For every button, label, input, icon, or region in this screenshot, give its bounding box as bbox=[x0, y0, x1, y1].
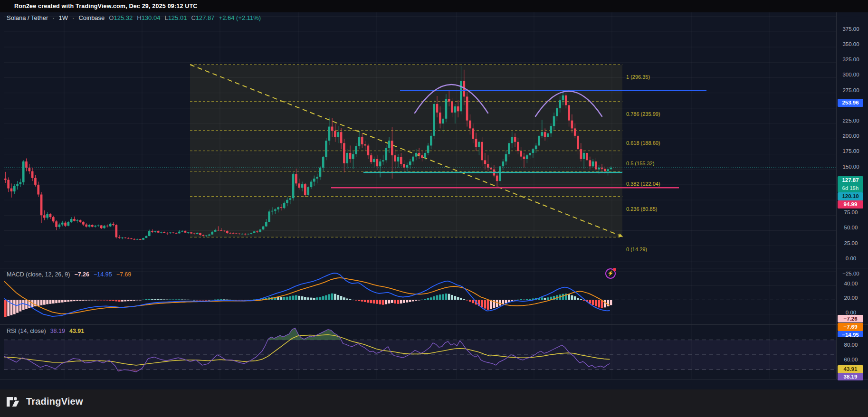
tradingview-logo-text: TradingView bbox=[26, 396, 83, 407]
macd-line-value: −14.95 bbox=[94, 271, 112, 278]
macd-hist-value: −7.26 bbox=[74, 271, 89, 278]
banner-text: Ron2ee created with TradingView.com, Dec… bbox=[14, 3, 198, 9]
separator-dot: · bbox=[72, 14, 74, 21]
change-value: +2.64 (+2.11%) bbox=[219, 14, 261, 21]
footer-bar: TradingView bbox=[0, 389, 868, 417]
interval-label[interactable]: 1W bbox=[59, 14, 68, 21]
symbol-title[interactable]: Solana / Tether bbox=[7, 14, 48, 21]
macd-signal-value: −7.69 bbox=[116, 271, 132, 278]
lightning-boost-icon[interactable]: ⚡ bbox=[605, 268, 616, 279]
ohlc-low: L125.01 bbox=[164, 14, 187, 21]
chart-canvas[interactable] bbox=[0, 12, 868, 389]
exchange-label[interactable]: Coinbase bbox=[78, 14, 105, 21]
rsi-title[interactable]: RSI (14, close) bbox=[7, 328, 46, 334]
rsi-value: 38.19 bbox=[50, 328, 65, 334]
tradingview-logo-icon bbox=[6, 397, 22, 407]
separator-dot: · bbox=[52, 14, 54, 21]
macd-legend-row: MACD (close, 12, 26, 9) −7.26 −14.95 −7.… bbox=[7, 271, 131, 278]
tradingview-chart-window: Ron2ee created with TradingView.com, Dec… bbox=[0, 0, 868, 417]
ohlc-close: C127.87 bbox=[191, 14, 214, 21]
rsi-ma-value: 43.91 bbox=[69, 328, 84, 334]
tradingview-logo[interactable]: TradingView bbox=[6, 396, 83, 407]
attribution-banner: Ron2ee created with TradingView.com, Dec… bbox=[0, 0, 868, 12]
macd-title[interactable]: MACD (close, 12, 26, 9) bbox=[7, 271, 70, 278]
lightning-glyph: ⚡ bbox=[607, 270, 614, 276]
ohlc-high: H130.04 bbox=[137, 14, 160, 21]
chart-area[interactable]: Solana / Tether · 1W · Coinbase O125.32 … bbox=[0, 12, 868, 389]
symbol-info-row: Solana / Tether · 1W · Coinbase O125.32 … bbox=[7, 14, 261, 21]
ohlc-open: O125.32 bbox=[109, 14, 133, 21]
rsi-legend-row: RSI (14, close) 38.19 43.91 bbox=[7, 328, 84, 334]
